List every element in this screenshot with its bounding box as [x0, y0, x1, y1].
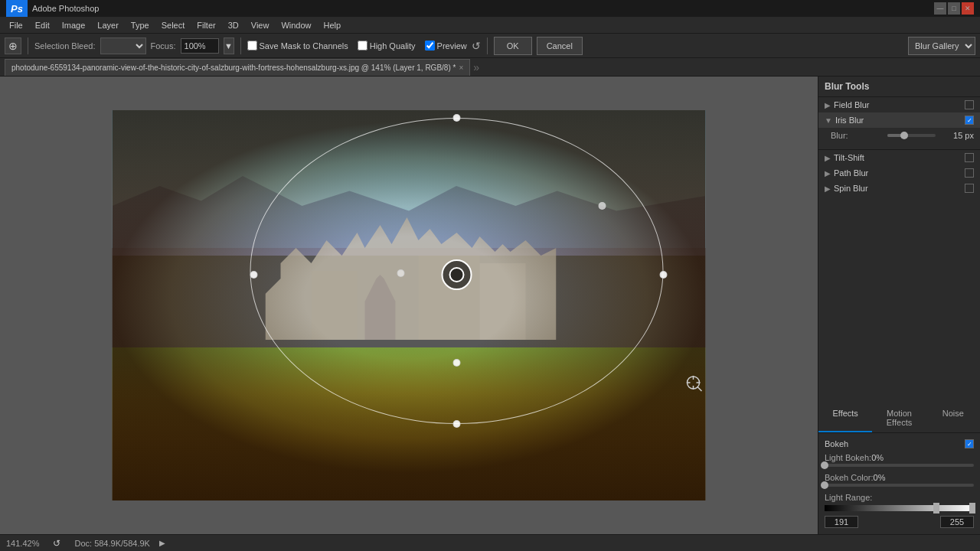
high-quality-checkbox[interactable]: High Quality — [358, 41, 416, 51]
light-bokeh-slider[interactable] — [825, 464, 974, 467]
light-bokeh-thumb[interactable] — [821, 461, 828, 469]
effects-content: Bokeh Light Bokeh: 0% Bo — [818, 433, 980, 534]
ctrl-point-right[interactable] — [660, 271, 668, 279]
cancel-button[interactable]: Cancel — [537, 37, 583, 55]
iris-blur-row[interactable]: ▼ Iris Blur — [818, 112, 980, 128]
doc-label: Doc: — [74, 539, 92, 548]
ctrl-point-topleft[interactable] — [397, 269, 405, 277]
panel-header: Blur Tools — [818, 77, 980, 97]
bokeh-color-label: Bokeh Color: — [825, 473, 874, 482]
ctrl-point-top[interactable] — [453, 114, 461, 122]
preview-label: Preview — [437, 41, 467, 51]
tabbar-overflow-icon[interactable]: » — [473, 61, 479, 73]
spin-blur-row[interactable]: ▶ Spin Blur — [818, 181, 980, 196]
titlebar-controls[interactable]: — □ ✕ — [934, 2, 974, 15]
menu-edit[interactable]: Edit — [29, 19, 56, 31]
effects-tab-effects[interactable]: Effects — [818, 405, 872, 432]
iris-blur-expanded: Blur: 15 px — [818, 128, 980, 150]
statusbar: 141.42% ↺ Doc: 584.9K/584.9K ▶ — [0, 534, 980, 551]
iris-center-inner — [449, 267, 465, 282]
bokeh-color-slider-row — [825, 484, 974, 487]
menu-select[interactable]: Select — [155, 19, 191, 31]
selection-bleed-label: Selection Bleed: — [34, 41, 96, 51]
menu-view[interactable]: View — [245, 19, 276, 31]
focus-input[interactable] — [181, 38, 219, 54]
doc-info: Doc: 584.9K/584.9K — [74, 539, 149, 548]
light-range-right-handle[interactable] — [969, 503, 975, 514]
bokeh-color-label-row: Bokeh Color: 0% — [825, 473, 974, 482]
save-mask-input[interactable] — [247, 41, 257, 51]
focus-label: Focus: — [151, 41, 176, 51]
preview-checkbox[interactable]: Preview — [425, 41, 467, 51]
separator3 — [487, 37, 488, 54]
ctrl-point-left[interactable] — [250, 271, 258, 279]
blur-slider-track[interactable] — [887, 134, 936, 137]
range-min-input[interactable] — [825, 516, 858, 528]
field-blur-row[interactable]: ▶ Field Blur — [818, 97, 980, 112]
cursor — [687, 376, 705, 394]
ctrl-point-inner[interactable] — [453, 359, 461, 367]
effects-tab-motion[interactable]: Motion Effects — [872, 405, 926, 432]
canvas-container — [113, 110, 706, 500]
status-arrow[interactable]: ▶ — [159, 539, 165, 547]
canvas-area[interactable] — [0, 77, 818, 534]
effects-tab-noise[interactable]: Noise — [926, 405, 980, 432]
refresh-button[interactable]: ↺ — [472, 40, 481, 52]
high-quality-input[interactable] — [358, 41, 368, 51]
menu-image[interactable]: Image — [56, 19, 92, 31]
menu-window[interactable]: Window — [275, 19, 317, 31]
svg-rect-2 — [312, 271, 358, 340]
menu-type[interactable]: Type — [125, 19, 155, 31]
selection-bleed-select[interactable] — [100, 37, 146, 54]
light-range-section: Light Range: — [825, 493, 974, 528]
tilt-shift-checkbox[interactable] — [965, 153, 974, 162]
menu-layer[interactable]: Layer — [91, 19, 125, 31]
ctrl-point-topright[interactable] — [599, 202, 606, 210]
maximize-button[interactable]: □ — [948, 2, 960, 15]
blur-slider-thumb[interactable] — [900, 132, 908, 139]
focus-dropdown-icon[interactable]: ▼ — [224, 37, 234, 54]
light-bokeh-value: 0% — [871, 453, 884, 462]
spin-blur-label: Spin Blur — [834, 184, 962, 193]
iris-blur-checkbox[interactable] — [965, 116, 974, 125]
menu-file[interactable]: File — [3, 19, 29, 31]
rotate-icon[interactable]: ↺ — [48, 535, 65, 552]
svg-rect-4 — [480, 263, 526, 340]
titlebar-left: Ps Adobe Photoshop — [6, 0, 99, 17]
bokeh-color-thumb[interactable] — [821, 481, 828, 489]
save-mask-checkbox[interactable]: Save Mask to Channels — [247, 41, 348, 51]
preview-input[interactable] — [425, 41, 435, 51]
path-blur-checkbox[interactable] — [965, 168, 974, 178]
tool-icon[interactable]: ⊕ — [5, 37, 21, 54]
menu-help[interactable]: Help — [318, 19, 348, 31]
iris-center-control[interactable] — [442, 259, 472, 290]
effects-tabs: Effects Motion Effects Noise — [818, 405, 980, 433]
close-button[interactable]: ✕ — [962, 2, 974, 15]
ok-button[interactable]: OK — [494, 37, 532, 55]
tab-close-button[interactable]: × — [459, 64, 463, 72]
range-max-input[interactable] — [940, 516, 974, 528]
zoom-level: 141.42% — [6, 539, 39, 548]
menu-filter[interactable]: Filter — [191, 19, 221, 31]
light-range-left-handle[interactable] — [933, 503, 939, 514]
document-tab[interactable]: photodune-6559134-panoramic-view-of-the-… — [5, 59, 470, 76]
minimize-button[interactable]: — — [934, 2, 946, 15]
app-title: Adobe Photoshop — [32, 4, 99, 13]
options-toolbar: ⊕ Selection Bleed: Focus: ▼ Save Mask to… — [0, 34, 980, 58]
light-range-slider[interactable] — [825, 505, 974, 511]
ctrl-point-bottom[interactable] — [453, 420, 461, 428]
bokeh-color-slider[interactable] — [825, 484, 974, 487]
path-blur-row[interactable]: ▶ Path Blur — [818, 165, 980, 181]
bokeh-checkbox[interactable] — [965, 439, 974, 448]
tilt-shift-label: Tilt-Shift — [834, 153, 962, 162]
main-area: Blur Tools ▶ Field Blur ▼ Iris Blur Blur… — [0, 77, 980, 534]
blur-gallery-select[interactable]: Blur Gallery — [908, 37, 975, 55]
field-blur-checkbox[interactable] — [965, 100, 974, 109]
menu-3d[interactable]: 3D — [222, 19, 245, 31]
spin-blur-checkbox[interactable] — [965, 184, 974, 193]
high-quality-label: High Quality — [370, 41, 416, 51]
separator — [28, 37, 28, 54]
tilt-shift-row[interactable]: ▶ Tilt-Shift — [818, 150, 980, 165]
tilt-shift-arrow: ▶ — [825, 154, 831, 162]
app-icon: Ps — [6, 0, 28, 17]
